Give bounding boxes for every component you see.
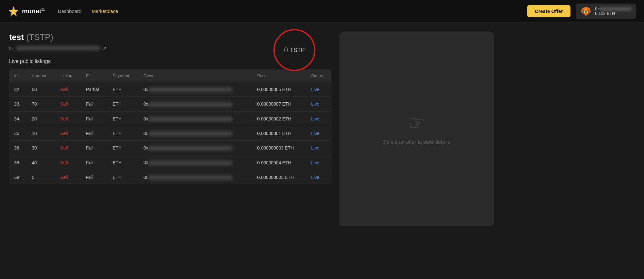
cell-payment: ETH	[107, 97, 138, 111]
cell-amount: 20	[27, 111, 55, 126]
cell-id: 38	[9, 155, 27, 170]
cell-status: Live	[306, 111, 332, 126]
logo-area: monet11	[8, 5, 45, 17]
cell-owner: 0x	[138, 111, 252, 126]
table-row[interactable]: 395SellFullETH0x0.000000005 ETHLive	[9, 170, 332, 184]
cell-price: 0.00000007 ETH	[252, 97, 306, 111]
cell-amount: 70	[27, 97, 55, 111]
svg-point-9	[587, 11, 588, 12]
cell-amount: 40	[27, 155, 55, 170]
col-price: Price	[252, 69, 306, 82]
cell-price: 0.00000005 ETH	[252, 82, 306, 97]
cell-listing: Sell	[55, 141, 81, 155]
cell-owner: 0x	[138, 155, 252, 170]
table-row[interactable]: 3840SellFullETH0x0.00000004 ETHLive	[9, 155, 332, 170]
cell-payment: ETH	[107, 111, 138, 126]
cell-listing: Sell	[55, 111, 81, 126]
cell-status: Live	[306, 170, 332, 184]
cell-amount: 50	[27, 82, 55, 97]
cell-fill: Full	[81, 126, 107, 140]
cell-id: 35	[9, 126, 27, 140]
table-row[interactable]: 3420SellFullETH0x0.00000002 ETHLive	[9, 111, 332, 126]
cell-owner: 0x	[138, 141, 252, 155]
cell-amount: 5	[27, 170, 55, 184]
cell-owner: 0x	[138, 170, 252, 184]
table-row[interactable]: 3630SellFullETH0x0.000000003 ETHLive	[9, 141, 332, 155]
cell-owner: 0x	[138, 126, 252, 140]
nav-marketplace[interactable]: Marketplace	[92, 8, 118, 14]
main-content: test (TSTP) 0x ↗ 0 TSTP Live public list…	[0, 23, 644, 236]
cell-price: 0.00000001 ETH	[252, 126, 306, 140]
svg-marker-0	[8, 6, 19, 16]
cell-fill: Full	[81, 141, 107, 155]
tstp-balance-inner: 0 TSTP	[284, 46, 305, 54]
cell-owner: 0x	[138, 97, 252, 111]
pointer-hand-icon: ☞	[408, 113, 425, 133]
cell-payment: ETH	[107, 141, 138, 155]
col-payment: Payment	[107, 69, 138, 82]
address-blur	[599, 7, 632, 11]
listings-table: Id Amount Listing Fill Payment Owner Pri…	[9, 69, 332, 184]
contract-prefix: 0x	[9, 46, 14, 51]
cell-price: 0.00000002 ETH	[252, 111, 306, 126]
nav-dashboard[interactable]: Dashboard	[58, 8, 81, 14]
cell-fill: Full	[81, 155, 107, 170]
cell-amount: 30	[27, 141, 55, 155]
table-row[interactable]: 3250SellPartialETH0x0.00000005 ETHLive	[9, 82, 332, 97]
cell-status: Live	[306, 126, 332, 140]
cell-status: Live	[306, 141, 332, 155]
cell-amount: 10	[27, 126, 55, 140]
app-name: monet11	[22, 7, 45, 15]
owner-address-blur	[148, 88, 232, 92]
left-panel: test (TSTP) 0x ↗ 0 TSTP Live public list…	[9, 32, 332, 226]
cell-status: Live	[306, 82, 332, 97]
cell-id: 39	[9, 170, 27, 184]
cell-id: 33	[9, 97, 27, 111]
token-header-area: test (TSTP) 0x ↗ 0 TSTP	[9, 32, 332, 51]
tstp-balance-circle: 0 TSTP	[273, 29, 315, 71]
tstp-balance-value: 0	[284, 46, 288, 54]
col-owner: Owner	[138, 69, 252, 82]
cell-fill: Full	[81, 97, 107, 111]
wallet-address: 0×	[595, 6, 632, 11]
col-listing: Listing	[55, 69, 81, 82]
nav-links: Dashboard Marketplace	[58, 8, 527, 14]
token-ticker: (TSTP)	[26, 32, 53, 42]
col-fill: Fill	[81, 69, 107, 82]
select-offer-prompt: Select an offer to view details	[383, 139, 450, 145]
table-row[interactable]: 3370SellFullETH0x0.00000007 ETHLive	[9, 97, 332, 111]
cell-listing: Sell	[55, 170, 81, 184]
cell-id: 36	[9, 141, 27, 155]
navbar-right: Create Offer 0× 0.108 ETH	[527, 4, 636, 19]
col-amount: Amount	[27, 69, 55, 82]
cell-payment: ETH	[107, 126, 138, 140]
cell-listing: Sell	[55, 155, 81, 170]
owner-address-blur	[148, 131, 232, 136]
cell-status: Live	[306, 155, 332, 170]
table-row[interactable]: 3510SellFullETH0x0.00000001 ETHLive	[9, 126, 332, 140]
table-header-row: Id Amount Listing Fill Payment Owner Pri…	[9, 69, 332, 82]
owner-address-blur	[148, 175, 232, 180]
cell-payment: ETH	[107, 170, 138, 184]
table-header: Id Amount Listing Fill Payment Owner Pri…	[9, 69, 332, 82]
navbar: monet11 Dashboard Marketplace Create Off…	[0, 0, 644, 23]
create-offer-button[interactable]: Create Offer	[527, 5, 571, 17]
cell-fill: Full	[81, 170, 107, 184]
cell-price: 0.000000005 ETH	[252, 170, 306, 184]
wallet-info[interactable]: 0× 0.108 ETH	[576, 4, 636, 19]
cell-fill: Partial	[81, 82, 107, 97]
owner-address-blur	[148, 102, 232, 107]
table-body: 3250SellPartialETH0x0.00000005 ETHLive33…	[9, 82, 332, 185]
cell-id: 34	[9, 111, 27, 126]
cell-fill: Full	[81, 111, 107, 126]
external-link-icon[interactable]: ↗	[103, 46, 106, 51]
logo-icon	[8, 5, 19, 17]
right-panel: ☞ Select an offer to view details	[339, 32, 494, 226]
owner-address-blur	[148, 161, 232, 165]
col-id: Id	[9, 69, 27, 82]
col-status: Status	[306, 69, 332, 82]
cell-price: 0.00000004 ETH	[252, 155, 306, 170]
cell-payment: ETH	[107, 82, 138, 97]
cell-owner: 0x	[138, 82, 252, 97]
wallet-details: 0× 0.108 ETH	[595, 6, 632, 16]
